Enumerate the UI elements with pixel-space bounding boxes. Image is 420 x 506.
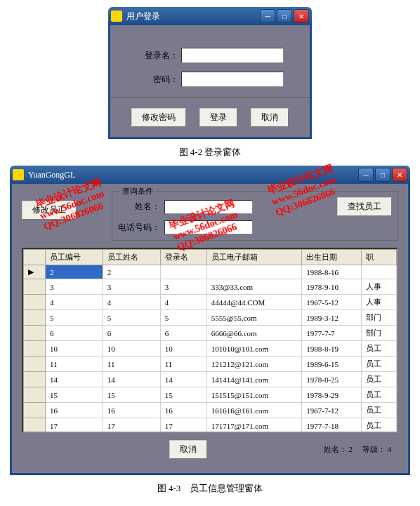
table-cell[interactable]: 2 <box>46 265 103 279</box>
table-cell[interactable]: 17 <box>160 418 206 434</box>
username-input[interactable] <box>181 48 284 63</box>
login-button[interactable]: 登录 <box>199 108 237 127</box>
row-selector[interactable] <box>24 418 46 434</box>
row-selector[interactable] <box>24 295 46 310</box>
table-cell[interactable]: 5 <box>103 310 160 326</box>
row-selector[interactable] <box>24 387 46 403</box>
mgmt-cancel-button[interactable]: 取消 <box>169 440 207 459</box>
employee-grid[interactable]: 员工编号员工姓名登录名员工电子邮箱出生日期职 ▶221988-8-1633333… <box>22 248 398 433</box>
close-icon[interactable]: ✕ <box>392 168 407 182</box>
login-titlebar[interactable]: 用户登录 ─ □ ✕ <box>108 7 312 25</box>
table-cell[interactable]: 16 <box>160 403 206 418</box>
table-cell[interactable]: 员工 <box>361 387 396 403</box>
table-cell[interactable]: 101010@101.com <box>206 341 301 357</box>
table-cell[interactable]: 2 <box>103 265 160 279</box>
table-row[interactable]: 171717171717@171.com1977-7-18员工 <box>24 418 397 434</box>
table-cell[interactable]: 1988-8-19 <box>302 341 361 357</box>
table-row[interactable]: 44444444@44.COM1967-5-12人事 <box>24 295 397 310</box>
table-row[interactable]: 111111121212@121.com1989-6-15员工 <box>24 357 397 372</box>
maximize-icon[interactable]: □ <box>277 9 292 23</box>
table-cell[interactable]: 员工 <box>361 418 396 434</box>
column-header[interactable]: 出生日期 <box>302 250 361 265</box>
table-cell[interactable]: 1978-9-29 <box>302 387 361 403</box>
table-cell[interactable]: 1977-7-7 <box>302 326 361 341</box>
table-cell[interactable]: 1988-8-16 <box>302 265 361 279</box>
table-cell[interactable]: 15 <box>103 387 160 403</box>
table-cell[interactable]: 14 <box>103 372 160 387</box>
table-cell[interactable]: 6 <box>46 326 103 341</box>
cancel-button[interactable]: 取消 <box>251 108 289 127</box>
row-selector[interactable] <box>24 341 46 357</box>
mgmt-titlebar[interactable]: YuanGongGL ─ □ ✕ <box>10 166 410 184</box>
maximize-icon[interactable]: □ <box>375 168 391 182</box>
search-employee-button[interactable]: 查找员工 <box>337 197 392 216</box>
table-cell[interactable]: 人事 <box>361 279 396 295</box>
table-cell[interactable]: 1978-9-10 <box>302 279 361 295</box>
table-cell[interactable]: 4 <box>160 295 206 310</box>
table-cell[interactable]: 员工 <box>361 357 396 372</box>
table-cell[interactable] <box>361 265 396 279</box>
table-cell[interactable]: 5555@55.com <box>206 310 301 326</box>
table-cell[interactable]: 151515@151.com <box>206 387 301 403</box>
close-icon[interactable]: ✕ <box>294 9 309 23</box>
column-header[interactable]: 员工姓名 <box>103 250 160 265</box>
table-cell[interactable]: 5 <box>46 310 103 326</box>
row-selector[interactable] <box>24 403 46 418</box>
row-selector[interactable]: ▶ <box>24 265 46 279</box>
table-cell[interactable]: 14 <box>160 372 206 387</box>
table-cell[interactable]: 11 <box>103 357 160 372</box>
table-row[interactable]: 161616161616@161.com1967-7-12员工 <box>24 403 397 418</box>
table-row[interactable]: ▶221988-8-16 <box>24 265 397 279</box>
table-cell[interactable]: 人事 <box>361 295 396 310</box>
minimize-icon[interactable]: ─ <box>358 168 374 182</box>
table-cell[interactable]: 员工 <box>361 372 396 387</box>
row-selector[interactable] <box>24 372 46 387</box>
column-header[interactable]: 职 <box>361 250 396 265</box>
table-cell[interactable]: 6 <box>160 326 206 341</box>
table-cell[interactable]: 1978-8-25 <box>302 372 361 387</box>
column-header[interactable]: 员工编号 <box>46 250 103 265</box>
table-cell[interactable]: 14 <box>46 372 103 387</box>
table-cell[interactable]: 121212@121.com <box>206 357 301 372</box>
table-row[interactable]: 151515151515@151.com1978-9-29员工 <box>24 387 397 403</box>
table-cell[interactable]: 10 <box>160 341 206 357</box>
table-cell[interactable]: 员工 <box>361 341 396 357</box>
table-cell[interactable]: 员工 <box>361 403 396 418</box>
table-cell[interactable]: 15 <box>46 387 103 403</box>
table-cell[interactable]: 11 <box>160 357 206 372</box>
table-cell[interactable]: 1967-7-12 <box>302 403 361 418</box>
row-selector[interactable] <box>24 326 46 341</box>
table-cell[interactable]: 3 <box>46 279 103 295</box>
table-cell[interactable]: 17 <box>103 418 160 434</box>
column-header[interactable]: 登录名 <box>160 250 206 265</box>
minimize-icon[interactable]: ─ <box>260 9 275 23</box>
table-cell[interactable] <box>160 265 206 279</box>
table-cell[interactable]: 部门 <box>361 326 396 341</box>
table-row[interactable]: 5555555@55.com1989-3-12部门 <box>24 310 397 326</box>
table-cell[interactable]: 1967-5-12 <box>302 295 361 310</box>
table-cell[interactable]: 44444@44.COM <box>206 295 301 310</box>
table-cell[interactable]: 10 <box>46 341 103 357</box>
table-cell[interactable]: 11 <box>46 357 103 372</box>
table-cell[interactable]: 部门 <box>361 310 396 326</box>
row-selector[interactable] <box>24 279 46 295</box>
table-cell[interactable]: 6666@66.com <box>206 326 301 341</box>
table-cell[interactable]: 15 <box>160 387 206 403</box>
query-phone-input[interactable] <box>164 220 253 234</box>
table-row[interactable]: 141414141414@141.com1978-8-25员工 <box>24 372 397 387</box>
row-selector[interactable] <box>24 357 46 372</box>
table-cell[interactable]: 4 <box>46 295 103 310</box>
edit-employee-button[interactable]: 修改员工 <box>22 201 77 220</box>
table-cell[interactable]: 6 <box>103 326 160 341</box>
table-cell[interactable] <box>206 265 301 279</box>
table-cell[interactable]: 3 <box>160 279 206 295</box>
query-name-input[interactable] <box>164 200 253 214</box>
table-cell[interactable]: 333@33.com <box>206 279 301 295</box>
table-cell[interactable]: 10 <box>103 341 160 357</box>
table-row[interactable]: 101010101010@101.com1988-8-19员工 <box>24 341 397 357</box>
table-cell[interactable]: 3 <box>103 279 160 295</box>
table-row[interactable]: 6666666@66.com1977-7-7部门 <box>24 326 397 341</box>
table-cell[interactable]: 4 <box>103 295 160 310</box>
table-cell[interactable]: 16 <box>103 403 160 418</box>
table-cell[interactable]: 17 <box>46 418 103 434</box>
